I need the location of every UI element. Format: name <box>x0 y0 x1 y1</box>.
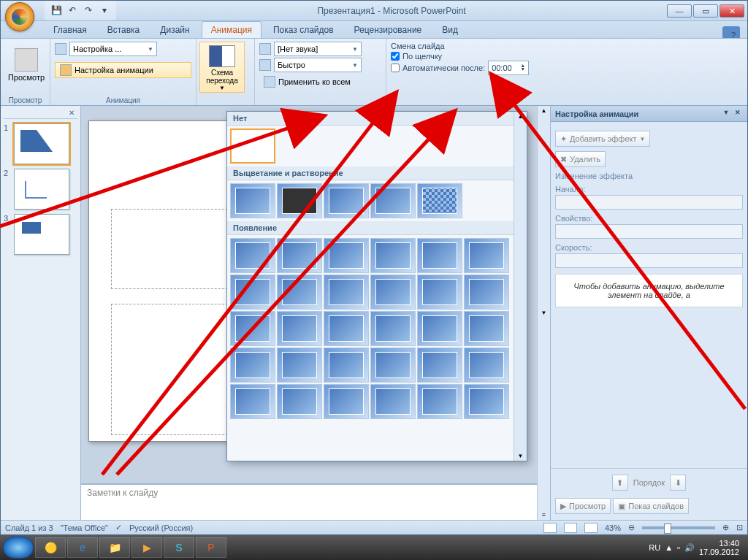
taskbar-wmp[interactable]: ▶ <box>131 537 162 558</box>
tab-view[interactable]: Вид <box>433 22 467 38</box>
taskpane-close-icon[interactable]: ✕ <box>733 109 743 119</box>
transition-item[interactable] <box>324 311 369 346</box>
transition-item[interactable] <box>230 348 275 383</box>
slide-thumb-3[interactable]: 3 <box>4 214 77 255</box>
transition-item[interactable] <box>464 311 509 346</box>
animate-combo[interactable]: Настройка ... ▼ <box>69 42 157 56</box>
notes-pane[interactable]: Заметки к слайду <box>81 483 537 520</box>
transition-none[interactable] <box>230 129 275 164</box>
transition-item[interactable] <box>370 183 416 218</box>
auto-after-input[interactable] <box>391 64 400 72</box>
transition-item[interactable] <box>370 348 416 383</box>
language-status[interactable]: Русский (Россия) <box>129 523 193 532</box>
transition-item[interactable] <box>417 183 462 218</box>
transition-item[interactable] <box>370 275 416 310</box>
transition-item[interactable] <box>230 275 275 310</box>
start-select[interactable] <box>555 195 743 210</box>
on-click-input[interactable] <box>391 52 400 61</box>
transition-item[interactable] <box>417 238 462 273</box>
auto-after-checkbox[interactable]: Автоматически после: 00:00 ▲▼ <box>391 61 572 75</box>
tray-clock[interactable]: 13:40 17.09.2012 <box>699 539 739 556</box>
transition-item[interactable] <box>370 238 416 273</box>
transition-item[interactable] <box>277 384 322 419</box>
undo-icon[interactable]: ↶ <box>66 5 78 17</box>
transition-item[interactable] <box>277 311 322 346</box>
tab-home[interactable]: Главная <box>45 22 96 38</box>
transition-item[interactable] <box>370 384 416 419</box>
apply-to-all-button[interactable]: Применить ко всем <box>259 74 381 90</box>
help-icon[interactable]: ? <box>722 26 740 38</box>
order-down-button[interactable]: ⬇ <box>670 475 686 491</box>
taskpane-menu-icon[interactable]: ▼ <box>721 109 731 119</box>
placeholder-2[interactable] <box>111 304 235 435</box>
maximize-button[interactable]: ▭ <box>693 4 718 18</box>
slide-thumb-2[interactable]: 2 <box>4 169 77 210</box>
vertical-scrollbar[interactable]: ▲ ▼ ≡ <box>537 106 550 520</box>
transition-item[interactable] <box>324 275 369 310</box>
transition-sound-combo[interactable]: [Нет звука] ▼ <box>274 42 362 56</box>
zoom-out-button[interactable]: ⊖ <box>628 523 635 532</box>
transition-item[interactable] <box>464 348 509 383</box>
taskpane-preview-button[interactable]: ▶ Просмотр <box>555 498 611 514</box>
normal-view-button[interactable] <box>543 523 557 533</box>
transition-item[interactable] <box>417 311 462 346</box>
slide-page[interactable] <box>88 120 234 442</box>
custom-animation-button[interactable]: Настройка анимации <box>55 62 191 78</box>
transition-item[interactable] <box>417 275 462 310</box>
transition-item[interactable] <box>464 238 509 273</box>
auto-after-time[interactable]: 00:00 ▲▼ <box>488 61 529 75</box>
transition-item[interactable] <box>464 275 509 310</box>
transition-item[interactable] <box>230 311 275 346</box>
taskbar-ie[interactable]: e <box>67 537 98 558</box>
tab-animation[interactable]: Анимация <box>202 21 262 38</box>
slide-thumb-1[interactable]: 1 <box>4 123 77 164</box>
minimize-button[interactable]: — <box>667 4 692 18</box>
spell-icon[interactable]: ✓ <box>115 523 122 532</box>
on-click-checkbox[interactable]: По щелчку <box>391 52 572 61</box>
tab-insert[interactable]: Вставка <box>99 22 149 38</box>
tray-network-icon[interactable]: ▫ <box>677 543 680 552</box>
taskbar-skype[interactable]: S <box>164 537 194 558</box>
taskbar-powerpoint[interactable]: P <box>196 537 226 558</box>
thumbnails-close-icon[interactable]: ✕ <box>4 109 77 119</box>
slideshow-view-button[interactable] <box>584 523 598 533</box>
scroll-down-icon[interactable]: ▼ <box>541 310 547 316</box>
tray-flag-icon[interactable]: ▲ <box>665 543 673 552</box>
gallery-scrollbar[interactable]: ▲▼ <box>514 112 527 461</box>
transition-item[interactable] <box>277 183 322 218</box>
zoom-in-button[interactable]: ⊕ <box>722 523 729 532</box>
remove-effect-button[interactable]: ✖ Удалить <box>555 151 606 167</box>
transition-item[interactable] <box>277 275 322 310</box>
tray-lang[interactable]: RU <box>649 543 660 552</box>
transition-item[interactable] <box>324 384 369 419</box>
close-button[interactable]: ✕ <box>720 4 744 18</box>
transition-item[interactable] <box>464 384 509 419</box>
tab-slideshow[interactable]: Показ слайдов <box>264 22 343 38</box>
save-icon[interactable]: 💾 <box>50 5 62 17</box>
start-button[interactable] <box>3 537 34 559</box>
preview-button[interactable]: Просмотр <box>5 40 47 90</box>
add-effect-button[interactable]: ✦ Добавить эффект ▼ <box>555 131 650 147</box>
transition-speed-combo[interactable]: Быстро ▼ <box>274 58 362 72</box>
transition-item[interactable] <box>417 348 462 383</box>
speed-select[interactable] <box>555 253 743 268</box>
redo-icon[interactable]: ↷ <box>83 5 94 17</box>
transition-scheme-button[interactable]: Схема перехода ▼ <box>199 42 245 93</box>
transition-item[interactable] <box>370 311 416 346</box>
zoom-slider[interactable] <box>642 526 715 529</box>
taskbar-explorer[interactable]: 📁 <box>99 537 130 558</box>
taskbar-chrome[interactable]: 🟡 <box>35 537 66 558</box>
fit-button[interactable]: ⊡ <box>736 523 743 532</box>
transition-item[interactable] <box>277 238 322 273</box>
transition-item[interactable] <box>230 238 275 273</box>
transition-item[interactable] <box>230 384 275 419</box>
qat-more-icon[interactable]: ▾ <box>99 5 110 17</box>
tab-review[interactable]: Рецензирование <box>346 22 431 38</box>
office-button[interactable] <box>5 2 34 31</box>
transition-item[interactable] <box>324 238 369 273</box>
taskpane-slideshow-button[interactable]: ▣ Показ слайдов <box>613 498 689 514</box>
tray-volume-icon[interactable]: 🔊 <box>684 543 695 553</box>
property-select[interactable] <box>555 224 743 239</box>
transition-item[interactable] <box>277 348 322 383</box>
tab-design[interactable]: Дизайн <box>151 22 198 38</box>
